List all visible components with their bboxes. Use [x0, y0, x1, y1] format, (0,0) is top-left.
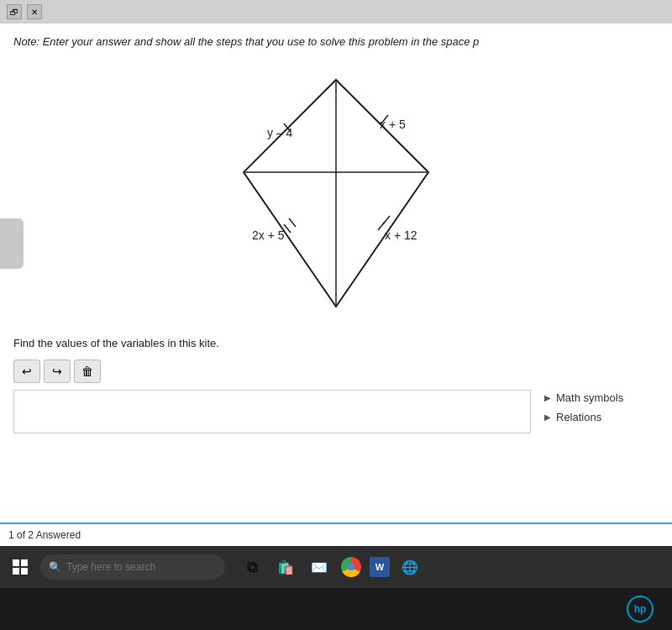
content-area: Note: Enter your answer and show all the… [0, 24, 672, 522]
relations-arrow: ▶ [544, 412, 551, 422]
note-text: Note: Enter your answer and show all the… [13, 35, 659, 48]
answer-input[interactable] [13, 390, 531, 433]
status-text: 1 of 2 Answered [8, 529, 81, 541]
undo-button[interactable]: ↩ [13, 360, 40, 383]
svg-text:x + 12: x + 12 [385, 228, 417, 242]
store-icon[interactable]: 🛍️ [272, 554, 299, 580]
restore-button[interactable]: 🗗 [7, 4, 22, 19]
close-button[interactable]: ✕ [27, 4, 42, 19]
browser-window: 🗗 ✕ Note: Enter your answer and show all… [0, 0, 672, 546]
title-bar: 🗗 ✕ [0, 0, 672, 24]
task-view-icon[interactable]: ⧉ [239, 554, 265, 580]
redo-button[interactable]: ↪ [44, 360, 71, 383]
taskbar-icons: ⧉ 🛍️ ✉️ W 🌐 [239, 554, 423, 580]
svg-line-8 [378, 222, 385, 230]
taskbar: 🔍 ⧉ 🛍️ ✉️ W 🌐 hp [0, 546, 672, 630]
svg-text:2x + 5: 2x + 5 [252, 228, 285, 242]
search-bar[interactable]: 🔍 [40, 554, 225, 580]
start-button[interactable] [7, 554, 34, 580]
hp-logo: hp [625, 594, 655, 624]
math-symbols-button[interactable]: ▶ Math symbols [541, 390, 659, 406]
svg-text:x + 5: x + 5 [380, 118, 406, 131]
hp-circle: hp [627, 596, 654, 622]
edge-icon[interactable]: 🌐 [396, 554, 423, 580]
relations-button[interactable]: ▶ Relations [541, 409, 659, 425]
relations-label: Relations [556, 411, 601, 423]
answer-row: ▶ Math symbols ▶ Relations [13, 390, 659, 433]
kite-container: y – 4 x + 5 2x + 5 x + 12 [193, 63, 479, 315]
word-icon[interactable]: W [370, 557, 390, 577]
email-icon[interactable]: ✉️ [306, 554, 333, 580]
taskbar-bottom: hp [0, 588, 672, 630]
kite-svg: y – 4 x + 5 2x + 5 x + 12 [193, 63, 479, 315]
svg-text:y – 4: y – 4 [267, 126, 293, 139]
chrome-logo [341, 557, 361, 577]
search-icon: 🔍 [49, 561, 61, 573]
toolbar: ↩ ↪ 🗑 [13, 360, 659, 383]
svg-line-6 [289, 218, 296, 227]
sidebar-buttons: ▶ Math symbols ▶ Relations [541, 390, 659, 425]
chrome-icon[interactable] [339, 555, 363, 579]
diagram-area: y – 4 x + 5 2x + 5 x + 12 [13, 63, 659, 323]
taskbar-main: 🔍 ⧉ 🛍️ ✉️ W 🌐 [0, 546, 672, 588]
math-symbols-arrow: ▶ [544, 393, 551, 402]
question-text: Find the values of the variables in this… [13, 337, 659, 349]
delete-button[interactable]: 🗑 [74, 360, 101, 383]
windows-icon [13, 559, 28, 575]
math-symbols-label: Math symbols [556, 391, 623, 404]
search-input[interactable] [66, 561, 217, 573]
status-bar: 1 of 2 Answered [0, 522, 672, 546]
side-handle[interactable] [0, 218, 24, 269]
